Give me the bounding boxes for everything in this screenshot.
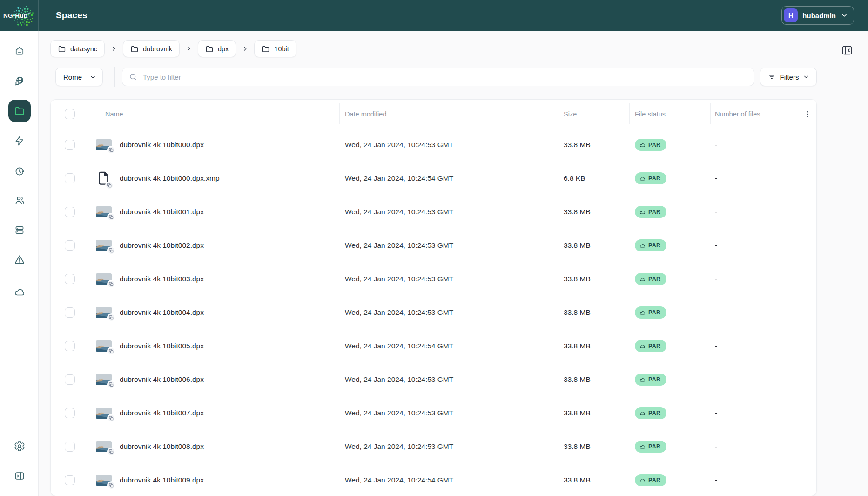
filter-icon	[767, 73, 776, 81]
number-of-files: -	[715, 308, 717, 317]
row-checkbox[interactable]	[65, 173, 75, 183]
sidebar-item-history[interactable]	[14, 166, 25, 177]
user-menu[interactable]: H hubadmin	[781, 6, 854, 25]
brand-name: NG-Hub™	[3, 12, 30, 19]
settings-icon	[14, 441, 25, 452]
column-header-files[interactable]: Number of files	[715, 110, 760, 118]
status-label: PAR	[648, 309, 660, 316]
globe-search-icon	[14, 75, 25, 87]
chevron-down-icon	[89, 74, 96, 81]
date-modified: Wed, 24 Jan 2024, 10:24:53 GMT	[345, 275, 453, 283]
file-size: 33.8 MB	[564, 308, 591, 317]
table-row[interactable]: dubrovnik 4k 10bit003.dpxWed, 24 Jan 202…	[51, 262, 816, 296]
row-checkbox[interactable]	[65, 341, 75, 351]
table-row[interactable]: dubrovnik 4k 10bit006.dpxWed, 24 Jan 202…	[51, 363, 816, 396]
scope-selector[interactable]: Rome	[55, 68, 103, 86]
sidebar-item-users[interactable]	[14, 195, 25, 206]
row-checkbox[interactable]	[65, 274, 75, 284]
table-row[interactable]: dubrovnik 4k 10bit001.dpxWed, 24 Jan 202…	[51, 195, 816, 229]
breadcrumb-item-10bit[interactable]: 10bit	[254, 40, 296, 57]
sidebar-item-folder[interactable]	[8, 100, 31, 122]
file-thumbnail	[96, 139, 112, 150]
cloud-icon	[639, 410, 646, 416]
file-name[interactable]: dubrovnik 4k 10bit001.dpx	[120, 208, 204, 216]
sidebar-item-cloud[interactable]	[14, 286, 25, 298]
row-checkbox[interactable]	[65, 475, 75, 485]
row-checkbox[interactable]	[65, 207, 75, 217]
file-size: 6.8 KB	[564, 174, 585, 183]
row-checkbox[interactable]	[65, 140, 75, 150]
sidebar-item-zap[interactable]	[14, 135, 25, 146]
scope-selector-value: Rome	[63, 73, 82, 81]
copies-badge-icon	[107, 146, 115, 154]
file-size: 33.8 MB	[564, 375, 591, 384]
sidebar-item-settings[interactable]	[14, 441, 25, 452]
file-name[interactable]: dubrovnik 4k 10bit002.dpx	[120, 241, 204, 250]
status-label: PAR	[648, 242, 660, 249]
copies-badge-icon	[107, 448, 115, 456]
file-name[interactable]: dubrovnik 4k 10bit004.dpx	[120, 308, 204, 317]
status-badge: PAR	[635, 239, 666, 251]
copies-badge-icon	[107, 246, 115, 255]
table-row[interactable]: dubrovnik 4k 10bit008.dpxWed, 24 Jan 202…	[51, 430, 816, 463]
search-bar[interactable]	[122, 68, 754, 86]
file-name[interactable]: dubrovnik 4k 10bit007.dpx	[120, 409, 204, 417]
table-row[interactable]: dubrovnik 4k 10bit007.dpxWed, 24 Jan 202…	[51, 396, 816, 430]
table-row[interactable]: dubrovnik 4k 10bit005.dpxWed, 24 Jan 202…	[51, 329, 816, 363]
sidebar-item-storage[interactable]	[14, 224, 25, 236]
table-row[interactable]: dubrovnik 4k 10bit009.dpxWed, 24 Jan 202…	[51, 463, 816, 496]
cloud-icon	[639, 377, 646, 383]
file-name[interactable]: dubrovnik 4k 10bit003.dpx	[120, 275, 204, 283]
row-checkbox[interactable]	[65, 307, 75, 318]
file-name[interactable]: dubrovnik 4k 10bit008.dpx	[120, 442, 204, 451]
sidebar-item-home[interactable]	[14, 45, 25, 56]
table-row[interactable]: dubrovnik 4k 10bit004.dpxWed, 24 Jan 202…	[51, 296, 816, 329]
column-divider	[558, 103, 558, 124]
column-settings-button[interactable]	[801, 108, 814, 121]
file-name[interactable]: dubrovnik 4k 10bit000.dpx	[120, 141, 204, 149]
sidebar-item-alert-triangle[interactable]	[14, 254, 25, 265]
filters-button[interactable]: Filters	[760, 68, 817, 86]
folder-icon	[58, 45, 66, 53]
file-name[interactable]: dubrovnik 4k 10bit005.dpx	[120, 342, 204, 350]
breadcrumb: datasyncdubrovnikdpx10bit	[50, 40, 296, 57]
breadcrumb-item-dubrovnik[interactable]: dubrovnik	[123, 40, 180, 57]
column-header-size[interactable]: Size	[564, 110, 577, 118]
file-size: 33.8 MB	[564, 409, 591, 417]
copies-badge-icon	[107, 481, 115, 489]
cloud-icon	[639, 477, 646, 483]
table-row[interactable]: dubrovnik 4k 10bit000.dpx.xmpWed, 24 Jan…	[51, 162, 816, 195]
row-checkbox[interactable]	[65, 442, 75, 452]
column-header-status[interactable]: File status	[635, 110, 666, 118]
sidebar-item-globe-search[interactable]	[14, 75, 25, 87]
status-badge: PAR	[635, 474, 666, 486]
row-checkbox[interactable]	[65, 240, 75, 251]
file-size: 33.8 MB	[564, 476, 591, 484]
row-checkbox[interactable]	[65, 374, 75, 385]
table-row[interactable]: dubrovnik 4k 10bit002.dpxWed, 24 Jan 202…	[51, 229, 816, 262]
select-all-checkbox[interactable]	[65, 109, 75, 119]
status-badge: PAR	[635, 374, 666, 386]
breadcrumb-item-dpx[interactable]: dpx	[198, 40, 236, 57]
file-thumbnail	[96, 374, 112, 385]
column-header-date[interactable]: Date modified	[345, 110, 386, 118]
cloud-icon	[14, 286, 25, 298]
folder-icon	[205, 45, 214, 53]
table-row[interactable]: dubrovnik 4k 10bit000.dpxWed, 24 Jan 202…	[51, 128, 816, 162]
zap-icon	[14, 135, 25, 146]
file-name[interactable]: dubrovnik 4k 10bit006.dpx	[120, 375, 204, 384]
status-label: PAR	[648, 410, 660, 416]
column-header-name[interactable]: Name	[105, 110, 123, 118]
status-label: PAR	[648, 175, 660, 182]
row-checkbox[interactable]	[65, 408, 75, 418]
file-thumbnail	[96, 340, 112, 352]
file-name[interactable]: dubrovnik 4k 10bit009.dpx	[120, 476, 204, 484]
folder-icon	[14, 105, 25, 116]
file-name[interactable]: dubrovnik 4k 10bit000.dpx.xmp	[120, 174, 220, 183]
breadcrumb-item-datasync[interactable]: datasync	[50, 40, 105, 57]
sidebar-item-collapse-panel[interactable]	[14, 470, 25, 482]
date-modified: Wed, 24 Jan 2024, 10:24:53 GMT	[345, 375, 453, 384]
expand-panel-button[interactable]	[841, 44, 854, 57]
cloud-icon	[639, 243, 646, 249]
search-input[interactable]	[142, 73, 747, 82]
